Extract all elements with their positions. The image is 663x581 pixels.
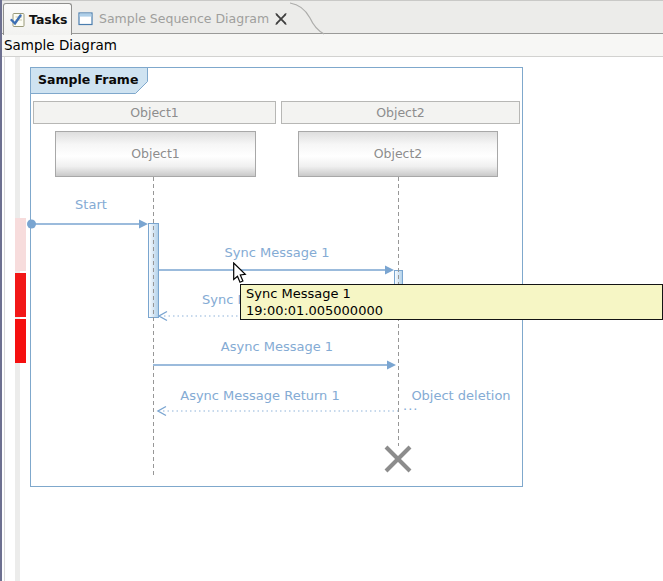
tab-tasks[interactable]: Tasks (3, 3, 72, 35)
message-async1-return-label[interactable]: Async Message Return 1 (165, 388, 355, 403)
tasks-icon (10, 12, 26, 28)
message-start-label[interactable]: Start (51, 197, 131, 212)
message-async1-return-arrow[interactable] (158, 407, 398, 416)
lost-message-ellipsis: ... (403, 398, 427, 413)
view-header: Sample Diagram (0, 34, 663, 57)
message-start-arrow[interactable] (27, 220, 148, 229)
message-sync1-label[interactable]: Sync Message 1 (197, 245, 357, 260)
window-left-border (0, 0, 2, 581)
message-async1-label[interactable]: Async Message 1 (197, 339, 357, 354)
message-async1-arrow[interactable] (153, 361, 396, 370)
view-title: Sample Diagram (4, 37, 117, 53)
tab-sample-sequence-diagram[interactable]: Sample Sequence Diagram (72, 3, 318, 35)
tab-tasks-label: Tasks (29, 12, 68, 27)
frame-title: Sample Frame (38, 72, 138, 87)
tooltip-time: 19:00:01.005000000 (246, 303, 662, 320)
message-tooltip: Sync Message 1 19:00:01.005000000 (240, 284, 663, 320)
tooltip-title: Sync Message 1 (246, 286, 662, 303)
close-icon[interactable] (274, 12, 288, 26)
sequence-diagram-view-icon (78, 11, 94, 27)
message-sync1-arrow[interactable] (159, 266, 394, 275)
stop-icon[interactable] (386, 447, 410, 471)
mouse-cursor (233, 262, 251, 286)
tab-sample-sequence-diagram-label: Sample Sequence Diagram (99, 11, 269, 26)
editor-tab-bar: Tasks Sample Sequence Diagram (0, 0, 663, 34)
